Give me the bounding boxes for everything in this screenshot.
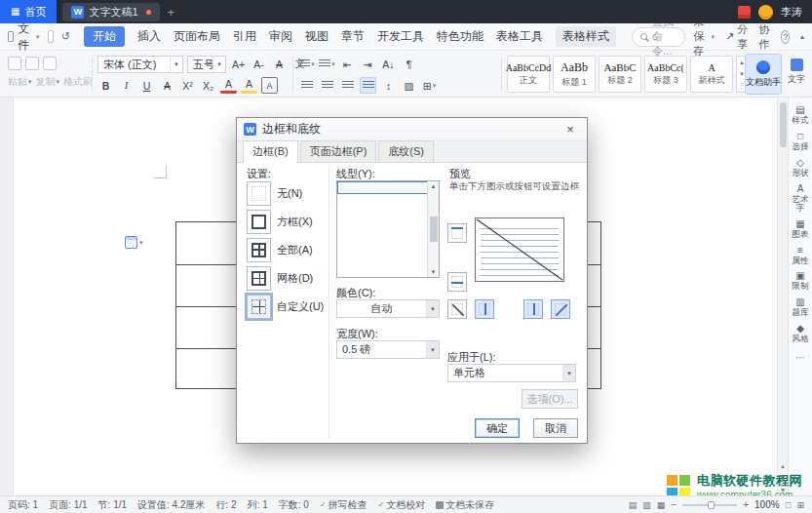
line-style-option[interactable] — [337, 207, 439, 219]
tab-table-style[interactable]: 表格样式 — [556, 26, 616, 47]
panel-more-button[interactable]: ⋯ — [795, 352, 805, 363]
vertical-scrollbar[interactable]: ▴ ▾ ▼ — [777, 98, 788, 495]
line-style-option[interactable] — [337, 219, 439, 232]
style-heading1[interactable]: AaBb 标题 1 — [553, 56, 596, 93]
panel-wordart[interactable]: A艺术字 — [791, 184, 810, 213]
paste-button[interactable]: 粘贴▾ — [8, 75, 32, 89]
tab-view[interactable]: 视图 — [305, 28, 329, 45]
line-spacing-button[interactable]: ↕ — [380, 77, 397, 94]
save-icon[interactable] — [48, 30, 54, 43]
scroll-up-button[interactable]: ▴ — [778, 462, 788, 470]
style-heading3[interactable]: AaBbCc( 标题 3 — [644, 56, 687, 93]
panel-restrict[interactable]: ▣限制 — [791, 271, 810, 291]
scrollbar-thumb[interactable] — [430, 217, 438, 242]
scroll-down-icon[interactable]: ▾ — [740, 70, 744, 78]
character-border-button[interactable]: A — [261, 77, 278, 94]
numbered-list-button[interactable]: ▾ — [319, 56, 335, 72]
spell-check-button[interactable]: ✓拼写检查 — [320, 498, 367, 512]
scroll-up-icon[interactable]: ▴ — [432, 182, 436, 190]
paragraph-mark-button[interactable]: ¶ — [401, 56, 417, 72]
line-style-scrollbar[interactable]: ▴ ▾ — [427, 181, 439, 277]
decrease-indent-button[interactable]: ⇤ — [339, 56, 356, 72]
tab-section[interactable]: 章节 — [341, 28, 365, 45]
tab-references[interactable]: 引用 — [233, 28, 256, 45]
web-view-icon[interactable]: ▦ — [657, 500, 666, 510]
width-select[interactable]: 0.5 磅 ▾ — [336, 340, 440, 359]
highlight-color-button[interactable]: A — [241, 77, 257, 94]
fit-page-icon[interactable]: □ — [786, 500, 791, 510]
tab-borders[interactable]: 边框(B) — [243, 140, 298, 163]
apply-to-select[interactable]: 单元格 ▾ — [447, 364, 576, 382]
tab-shading[interactable]: 底纹(S) — [378, 140, 434, 162]
document-tab[interactable]: W 文字文稿1 — [62, 3, 159, 21]
dialog-titlebar[interactable]: W 边框和底纹 × — [237, 118, 587, 141]
tab-insert[interactable]: 插入 — [137, 28, 161, 45]
diagonal-down-border-button[interactable] — [447, 299, 467, 319]
align-justify-button[interactable] — [360, 77, 376, 94]
share-button[interactable]: ↗ 分享 — [725, 22, 748, 52]
page-view-icon[interactable]: ▤ — [629, 500, 638, 510]
underline-button[interactable]: U — [138, 77, 155, 94]
status-word-count[interactable]: 字数: 0 — [279, 498, 309, 512]
border-preview-canvas[interactable] — [475, 217, 564, 282]
increase-indent-button[interactable]: ⇥ — [360, 56, 376, 72]
dialog-close-button[interactable]: × — [561, 122, 580, 137]
line-style-option[interactable] — [337, 257, 439, 270]
left-border-button[interactable] — [475, 299, 494, 319]
panel-theme[interactable]: ◆风格 — [791, 324, 810, 343]
preset-all[interactable]: 全部(A) — [247, 237, 324, 262]
line-style-option[interactable] — [337, 245, 439, 257]
style-heading2[interactable]: AaBbC 标题 2 — [599, 56, 641, 93]
scroll-down-icon[interactable]: ▾ — [432, 268, 436, 276]
undo-icon[interactable]: ↺ — [61, 30, 70, 43]
scrollbar-thumb[interactable] — [780, 102, 787, 147]
help-button[interactable]: ? — [781, 30, 790, 44]
diagonal-up-border-button[interactable] — [551, 299, 570, 319]
color-select[interactable]: 自动 ▾ — [336, 299, 440, 318]
shrink-font-button[interactable]: A- — [251, 57, 267, 73]
italic-button[interactable]: I — [118, 77, 135, 94]
search-box[interactable]: 查找命令... — [632, 27, 685, 47]
format-painter-button[interactable]: 格式刷 — [63, 75, 93, 89]
preset-custom[interactable]: 自定义(U) — [247, 294, 324, 319]
strikethrough-button[interactable]: A — [159, 77, 175, 94]
style-normal[interactable]: AaBbCcDd 正文 — [507, 56, 550, 93]
zoom-slider[interactable] — [682, 504, 737, 506]
file-menu-button[interactable]: 文件 ▾ — [8, 20, 40, 54]
align-center-button[interactable] — [319, 77, 335, 94]
top-border-button[interactable] — [447, 223, 467, 243]
fit-width-icon[interactable]: ⊞ — [796, 500, 804, 510]
read-view-icon[interactable]: ▥ — [642, 500, 651, 510]
font-color-button[interactable]: A — [220, 77, 237, 94]
paste-icon[interactable] — [8, 57, 21, 70]
panel-select[interactable]: □选择 — [791, 132, 810, 151]
align-left-button[interactable] — [298, 77, 315, 94]
borders-button[interactable]: ⊞▾ — [421, 77, 438, 94]
align-right-button[interactable] — [339, 77, 356, 94]
tab-review[interactable]: 审阅 — [269, 28, 292, 45]
panel-styles[interactable]: ▤样式 — [791, 105, 810, 125]
line-style-option[interactable] — [337, 194, 439, 207]
text-tool-button[interactable]: 文字 — [788, 59, 805, 86]
panel-library[interactable]: ▥题库 — [791, 297, 810, 317]
user-avatar[interactable] — [758, 5, 773, 20]
panel-shapes[interactable]: ◇形状 — [791, 158, 810, 178]
tab-home[interactable]: 开始 — [84, 26, 125, 47]
tab-page-layout[interactable]: 页面布局 — [174, 28, 220, 45]
zoom-in-button[interactable]: + — [743, 499, 749, 510]
table-handle-widget[interactable]: ▾ — [125, 236, 143, 249]
line-style-option[interactable] — [337, 181, 439, 194]
panel-chart[interactable]: ▦图表 — [791, 219, 810, 239]
tab-special-features[interactable]: 特色功能 — [437, 28, 483, 45]
inside-vertical-border-button[interactable] — [523, 299, 543, 319]
preset-box[interactable]: 方框(X) — [247, 209, 324, 234]
zoom-slider-thumb[interactable] — [708, 501, 715, 509]
home-button[interactable]: ▦ 首页 — [0, 0, 57, 23]
user-name[interactable]: 李涛 — [781, 5, 802, 20]
save-state-indicator[interactable]: 文档未保存 — [436, 498, 494, 512]
grow-font-button[interactable]: A+ — [230, 57, 247, 73]
ok-button[interactable]: 确定 — [475, 418, 520, 438]
sort-button[interactable]: A↓ — [380, 56, 397, 72]
bold-button[interactable]: B — [97, 77, 114, 94]
new-style-button[interactable]: A 新样式 — [690, 56, 733, 93]
